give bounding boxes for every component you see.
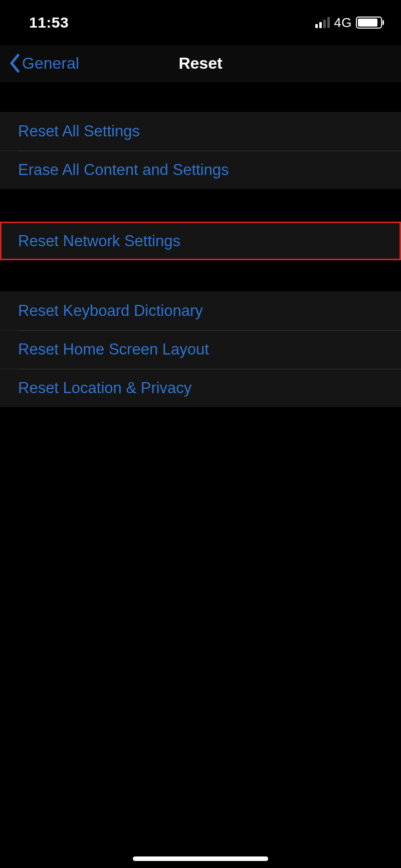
chevron-left-icon	[9, 54, 20, 73]
row-label: Reset Keyboard Dictionary	[18, 302, 203, 320]
row-label: Reset Location & Privacy	[18, 379, 191, 397]
status-bar: 11:53 4G	[0, 0, 401, 45]
back-button[interactable]: General	[9, 54, 79, 73]
reset-network-settings-row[interactable]: Reset Network Settings	[0, 222, 401, 260]
row-label: Erase All Content and Settings	[18, 161, 229, 179]
reset-home-screen-layout-row[interactable]: Reset Home Screen Layout	[0, 330, 401, 369]
reset-all-settings-row[interactable]: Reset All Settings	[0, 112, 401, 150]
row-label: Reset Home Screen Layout	[18, 340, 209, 359]
settings-group-2: Reset Network Settings	[0, 222, 401, 260]
status-indicators: 4G	[315, 15, 382, 31]
settings-group-3: Reset Keyboard Dictionary Reset Home Scr…	[0, 291, 401, 407]
row-label: Reset All Settings	[18, 122, 140, 140]
reset-keyboard-dictionary-row[interactable]: Reset Keyboard Dictionary	[0, 291, 401, 330]
back-button-label: General	[22, 54, 79, 73]
battery-icon	[356, 17, 382, 29]
cellular-signal-icon	[315, 17, 330, 28]
row-label: Reset Network Settings	[18, 232, 180, 250]
network-type-label: 4G	[334, 15, 352, 31]
page-title: Reset	[178, 54, 222, 73]
reset-location-privacy-row[interactable]: Reset Location & Privacy	[0, 369, 401, 407]
home-indicator[interactable]	[133, 856, 268, 861]
status-time: 11:53	[29, 14, 69, 31]
erase-all-content-row[interactable]: Erase All Content and Settings	[0, 150, 401, 189]
settings-group-1: Reset All Settings Erase All Content and…	[0, 112, 401, 189]
navigation-bar: General Reset	[0, 45, 401, 82]
